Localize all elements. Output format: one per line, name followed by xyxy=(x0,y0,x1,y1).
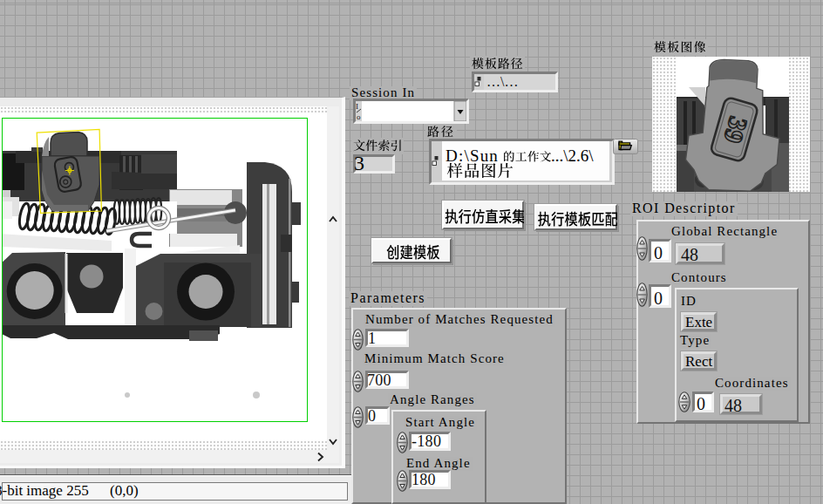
svg-text:o: o xyxy=(357,112,361,121)
svg-text:D:\Sun: D:\Sun xyxy=(446,146,499,165)
svg-text:I: I xyxy=(356,102,358,111)
svg-text:…\…: …\… xyxy=(486,74,518,89)
svg-text:...\2.6\: ...\2.6\ xyxy=(551,146,594,165)
